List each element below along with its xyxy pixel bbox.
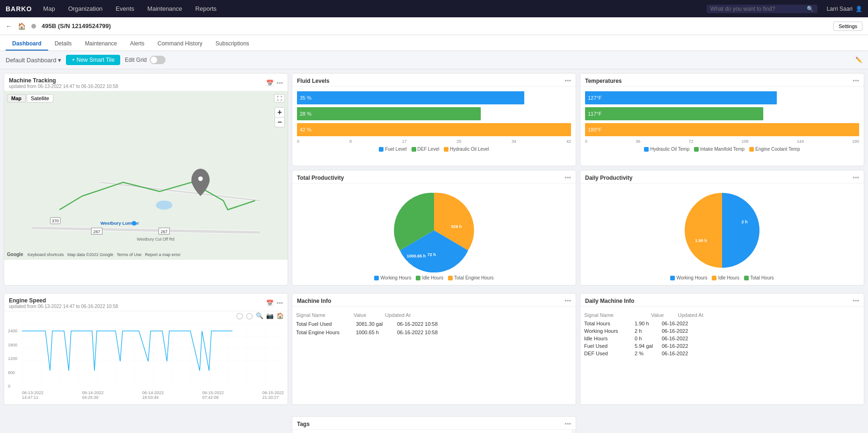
expand-map-button[interactable]: ⛶ [274,94,285,103]
tags-more-icon[interactable]: ••• [564,420,571,427]
daily-fuel-used-value: 5.94 gal [635,343,658,349]
temp-legend-intake: Intake Manifold Temp [694,147,745,152]
tab-subscriptions[interactable]: Subscriptions [209,37,256,51]
total-productivity-pie: 929 h 1000.65 h 72 h Working Hours Idle … [292,183,576,285]
daily-machine-info-card: Daily Machine Info ••• Signal Name Value… [580,293,864,405]
intake-manifold-temp-bar: 117°F [585,107,763,120]
y-1800: 1800 [8,343,21,347]
svg-text:1000.65 h: 1000.65 h [407,254,426,258]
ctrl-circle1[interactable]: ◯ [236,312,243,319]
tx-72: 72 [688,139,693,144]
tab-dashboard[interactable]: Dashboard [6,37,48,51]
edit-icon[interactable]: ✏️ [855,57,862,63]
search-input[interactable] [710,6,804,12]
temp-hydraulic-label: Hydraulic Oil Temp [650,147,689,152]
daily-machine-more-icon[interactable]: ••• [853,297,859,304]
hydraulic-legend-label: Hydraulic Oil Level [450,147,489,152]
daily-fuel-used-updated: 06-16-2022 [662,343,688,349]
total-idle-dot [416,276,420,280]
user-icon[interactable]: 👤 [855,6,862,12]
zoom-out-button[interactable]: − [275,117,285,127]
machine-tracking-header: Machine Tracking updated from 06-13-2022… [4,73,288,91]
tab-alerts[interactable]: Alerts [123,37,151,51]
daily-prod-more-icon[interactable]: ••• [853,174,859,181]
x-8: 8 [349,139,352,144]
edit-grid-toggle[interactable] [150,56,166,64]
total-prod-more-icon[interactable]: ••• [564,174,571,181]
daily-row-5: DEF Used 2 % 06-16-2022 [584,350,860,357]
calendar-icon[interactable]: 📅 [266,80,274,87]
daily-row-1: Total Hours 1.90 h 06-16-2022 [584,320,860,327]
daily-idle-hours-value: 0 h [635,336,658,341]
fluid-legend-def: DEF Level [412,147,440,152]
map-view-button[interactable]: Map [7,94,26,103]
home-icon[interactable]: 🏠 [18,22,26,30]
fluid-levels-card: Fluid Levels ••• 35 % 28 % [292,73,576,166]
ctrl-circle2[interactable]: ◯ [246,312,253,319]
map-svg: Westbury Cut Off Rd Westbury Lumber 267 … [4,91,288,260]
ctrl-home[interactable]: 🏠 [276,312,284,319]
machine-info-body: Signal Name Value Updated At Total Fuel … [292,307,576,340]
scrollbar-track[interactable] [572,430,576,433]
fluid-levels-header: Fluid Levels ••• [292,73,576,87]
nav-organization[interactable]: Organization [66,5,105,12]
tab-maintenance[interactable]: Maintenance [78,37,123,51]
settings-button[interactable]: Settings [833,22,862,31]
y-600: 600 [8,370,21,375]
nav-items: Map Organization Events Maintenance Repo… [41,5,697,12]
total-productivity-title: Total Productivity [297,175,564,181]
nav-reports[interactable]: Reports [194,5,219,12]
google-logo: Google [7,252,23,257]
search-area: 🔍 [707,5,817,13]
x-42: 42 [566,139,571,144]
engine-hours-value: 1000.65 h [356,330,393,335]
logo: BARKO [6,5,32,13]
engine-speed-header: Engine Speed updated from 06-13-2022 14:… [4,294,288,311]
total-prod-legend: Working Hours Idle Hours Total Engine Ho… [374,275,493,280]
hydraulic-oil-temp-bar: 127°F [585,91,777,104]
tags-header: Tags ••• [292,417,576,430]
daily-total-hours-signal: Total Hours [584,321,631,326]
engine-coolant-temp-bar: 180°F [585,123,859,136]
total-working-dot [374,276,379,280]
tab-details[interactable]: Details [48,37,79,51]
tags-card: Tags ••• Name Value Model 495B Model Des… [292,416,576,433]
edit-grid-label: Edit Grid [125,56,166,64]
engine-speed-title: Engine Speed [9,297,266,304]
hydraulic-oil-temp-value: 127°F [588,95,601,101]
zoom-in-button[interactable]: + [275,107,285,117]
nav-maintenance[interactable]: Maintenance [145,5,184,12]
back-button[interactable]: ← [6,22,12,30]
engine-coolant-temp-value: 180°F [588,127,601,132]
new-smart-tile-button[interactable]: + New Smart Tile [66,55,120,65]
main-grid-2: Engine Speed updated from 06-13-2022 14:… [0,289,868,416]
y-1200: 1200 [8,356,21,361]
temp-track-3: 180°F [585,123,859,136]
daily-total-hours-updated: 06-16-2022 [662,321,688,326]
engine-more-icon[interactable]: ••• [276,300,283,307]
daily-def-used-updated: 06-16-2022 [662,351,688,356]
svg-text:Westbury Cut Off Rd: Westbury Cut Off Rd [137,237,175,242]
svg-text:2 h: 2 h [741,220,747,224]
fluid-more-icon[interactable]: ••• [564,77,571,84]
dashboard-select[interactable]: Default Dashboard ▾ [6,57,61,64]
fuel-level-value: 35 % [300,95,311,101]
nav-events[interactable]: Events [114,5,136,12]
fuel-used-value: 3081.30 gal [356,321,393,327]
machine-info-more-icon[interactable]: ••• [564,297,571,304]
ctrl-camera[interactable]: 📷 [266,312,274,319]
temp-bar-1: 127°F [585,91,859,104]
nav-map[interactable]: Map [41,5,57,12]
tags-body: Name Value Model 495B Model Description … [292,430,576,433]
machine-info-title: Machine Info [297,298,564,304]
daily-value-header: Value [651,312,664,318]
machine-info-value-header: Value [354,312,366,318]
satellite-view-button[interactable]: Satellite [27,94,53,103]
tab-command-history[interactable]: Command History [151,37,209,51]
ctrl-zoom[interactable]: 🔍 [256,312,263,319]
engine-calendar-icon[interactable]: 📅 [266,300,274,307]
temp-coolant-label: Engine Coolant Temp [755,147,800,152]
more-icon[interactable]: ••• [276,80,283,87]
daily-working-hours-updated: 06-16-2022 [662,328,688,334]
temp-more-icon[interactable]: ••• [853,77,859,84]
